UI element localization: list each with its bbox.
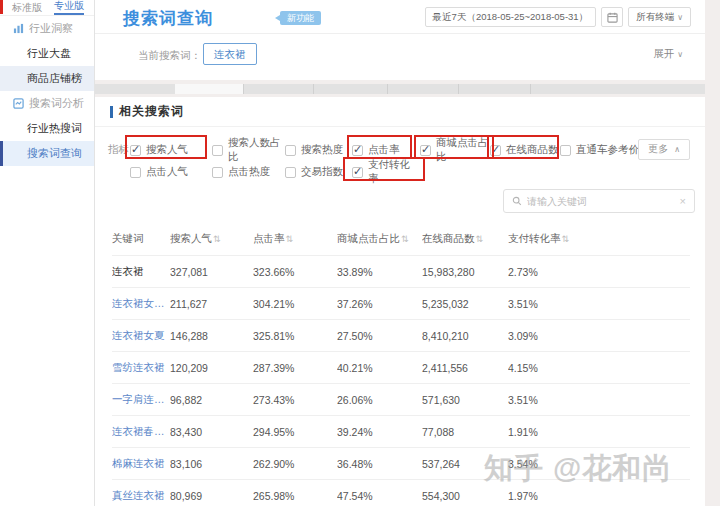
- online-products-cell: 5,235,032: [422, 298, 508, 310]
- keyword-link[interactable]: 真丝连衣裙: [112, 489, 170, 503]
- sidebar-item-label: 行业洞察: [29, 16, 73, 41]
- calendar-icon: [607, 12, 618, 23]
- date-range-selector[interactable]: 最近7天（2018-05-25~2018-05-31）: [425, 7, 597, 27]
- click-rate-cell: 304.21%: [253, 298, 337, 310]
- click-rate-cell: 273.43%: [253, 394, 337, 406]
- column-header-search-pop[interactable]: 搜索人气⇅: [170, 232, 253, 246]
- checkbox-pay-conversion[interactable]: 支付转化率: [352, 158, 420, 186]
- sidebar-tab-standard[interactable]: 标准版: [12, 1, 42, 15]
- online-products-cell: 77,088: [422, 426, 508, 438]
- keyword-cell: 连衣裙: [112, 265, 170, 279]
- search-chart-icon: [13, 98, 24, 109]
- column-header-pay-conv[interactable]: 支付转化率⇅: [508, 232, 690, 246]
- mall-ratio-cell: 39.24%: [337, 426, 422, 438]
- table-row: 连衣裙 327,081 323.66% 33.89% 15,983,280 2.…: [112, 255, 690, 287]
- keywords-table: 关键词 搜索人气⇅ 点击率⇅ 商城点击占比⇅ 在线商品数⇅ 支付转化率⇅ 连衣裙…: [112, 223, 690, 506]
- online-products-cell: 8,410,210: [422, 330, 508, 342]
- mall-ratio-cell: 37.26%: [337, 298, 422, 310]
- collapsed-tab-active-segment: [175, 84, 243, 94]
- online-products-cell: 2,411,556: [422, 362, 508, 374]
- checkbox-search-popularity[interactable]: 搜索人气: [130, 143, 212, 157]
- checkbox-icon: [212, 145, 223, 156]
- sidebar-tab-pro[interactable]: 专业版: [54, 0, 84, 15]
- keyword-link[interactable]: 连衣裙女夏: [112, 329, 170, 343]
- chevron-down-icon: ∨: [677, 13, 683, 22]
- annotation-red-mark: [0, 0, 3, 14]
- related-search-card: 相关搜索词 指标： 搜索人气 搜索人数占比 搜索热度 点击率 商城点击占比 在线…: [95, 97, 705, 506]
- pay-conv-cell: 3.51%: [508, 394, 690, 406]
- checkbox-mall-click-ratio[interactable]: 商城点击占比: [420, 136, 490, 164]
- search-pop-cell: 211,627: [170, 298, 253, 310]
- search-icon: [512, 196, 522, 206]
- terminal-dropdown[interactable]: 所有终端∨: [628, 7, 691, 27]
- badge-arrow-icon: [275, 15, 280, 21]
- bar-chart-icon: [13, 23, 24, 34]
- chevron-down-icon: ∨: [677, 50, 683, 59]
- sidebar-item-hot-search-words[interactable]: 行业热搜词: [0, 116, 94, 141]
- sidebar-item-label: 搜索词分析: [29, 91, 84, 116]
- current-search-label: 当前搜索词：: [138, 49, 201, 63]
- keyword-link[interactable]: 一字肩连衣裙: [112, 393, 170, 407]
- sidebar-item-industry-dashboard[interactable]: 行业大盘: [0, 41, 94, 66]
- checkbox-search-heat[interactable]: 搜索热度: [285, 143, 352, 157]
- expand-link[interactable]: 展开∨: [653, 47, 683, 61]
- checkbox-online-products[interactable]: 在线商品数: [490, 143, 560, 157]
- keyword-search-input[interactable]: [527, 196, 675, 207]
- search-pop-cell: 120,209: [170, 362, 253, 374]
- mall-ratio-cell: 27.50%: [337, 330, 422, 342]
- table-row: 棉麻连衣裙 83,106 262.90% 36.48% 537,264 3.54…: [112, 447, 690, 479]
- search-pop-cell: 96,882: [170, 394, 253, 406]
- sidebar-item-industry-insight[interactable]: 行业洞察: [0, 16, 94, 41]
- table-header-row: 关键词 搜索人气⇅ 点击率⇅ 商城点击占比⇅ 在线商品数⇅ 支付转化率⇅: [112, 223, 690, 255]
- checkbox-searcher-ratio[interactable]: 搜索人数占比: [212, 136, 285, 164]
- keyword-link[interactable]: 棉麻连衣裙: [112, 457, 170, 471]
- section-accent-bar: [110, 106, 113, 118]
- column-header-online-products[interactable]: 在线商品数⇅: [422, 232, 508, 246]
- mall-ratio-cell: 36.48%: [337, 458, 422, 470]
- sidebar-item-search-analysis[interactable]: 搜索词分析: [0, 91, 94, 116]
- keyword-link[interactable]: 连衣裙春季2018新款...: [112, 425, 170, 439]
- search-pop-cell: 83,430: [170, 426, 253, 438]
- checkbox-icon: [352, 145, 363, 156]
- page-header: 搜索词查询 新功能 最近7天（2018-05-25~2018-05-31） 所有…: [95, 0, 705, 34]
- pay-conv-cell: 1.97%: [508, 490, 690, 502]
- click-rate-cell: 294.95%: [253, 426, 337, 438]
- sort-icon: ⇅: [286, 234, 294, 244]
- mall-ratio-cell: 47.54%: [337, 490, 422, 502]
- checkbox-click-popularity[interactable]: 点击人气: [130, 165, 212, 179]
- more-button[interactable]: 更多 ∧: [638, 139, 690, 160]
- pay-conv-cell: 2.73%: [508, 266, 690, 278]
- mall-ratio-cell: 40.21%: [337, 362, 422, 374]
- table-row: 真丝连衣裙 80,969 265.98% 47.54% 554,300 1.97…: [112, 479, 690, 506]
- checkbox-click-rate[interactable]: 点击率: [352, 143, 420, 157]
- current-search-row: 当前搜索词： 连衣裙 展开∨: [95, 34, 705, 79]
- table-row: 一字肩连衣裙 96,882 273.43% 26.06% 571,630 3.5…: [112, 383, 690, 415]
- current-search-word-tag[interactable]: 连衣裙: [203, 43, 257, 65]
- checkbox-icon: [285, 167, 296, 178]
- pay-conv-cell: 1.91%: [508, 426, 690, 438]
- checkbox-click-heat[interactable]: 点击热度: [212, 165, 285, 179]
- collapsed-tab-strip[interactable]: [95, 84, 705, 94]
- pay-conv-cell: 3.54%: [508, 458, 690, 470]
- new-feature-badge: 新功能: [280, 11, 321, 25]
- table-row: 连衣裙女夏 146,288 325.81% 27.50% 8,410,210 3…: [112, 319, 690, 351]
- online-products-cell: 571,630: [422, 394, 508, 406]
- checkbox-transaction-index[interactable]: 交易指数: [285, 165, 352, 179]
- table-row: 连衣裙女夏2018新款 211,627 304.21% 37.26% 5,235…: [112, 287, 690, 319]
- sidebar-item-search-word-query[interactable]: 搜索词查询: [0, 141, 94, 166]
- mall-ratio-cell: 26.06%: [337, 394, 422, 406]
- checkbox-icon: [130, 145, 141, 156]
- header-controls: 最近7天（2018-05-25~2018-05-31） 所有终端∨: [425, 7, 691, 27]
- clear-icon[interactable]: ×: [680, 195, 686, 207]
- column-header-click-rate[interactable]: 点击率⇅: [253, 232, 337, 246]
- keyword-link[interactable]: 连衣裙女夏2018新款: [112, 297, 170, 311]
- sort-icon: ⇅: [401, 234, 409, 244]
- section-header: 相关搜索词: [95, 97, 705, 127]
- checkbox-icon: [490, 145, 501, 156]
- column-header-mall-ratio[interactable]: 商城点击占比⇅: [337, 232, 422, 246]
- checkbox-icon: [352, 167, 363, 178]
- sidebar-item-product-shop-rank[interactable]: 商品店铺榜: [0, 66, 94, 91]
- calendar-button[interactable]: [601, 7, 623, 27]
- keyword-link[interactable]: 雪纺连衣裙: [112, 361, 170, 375]
- click-rate-cell: 287.39%: [253, 362, 337, 374]
